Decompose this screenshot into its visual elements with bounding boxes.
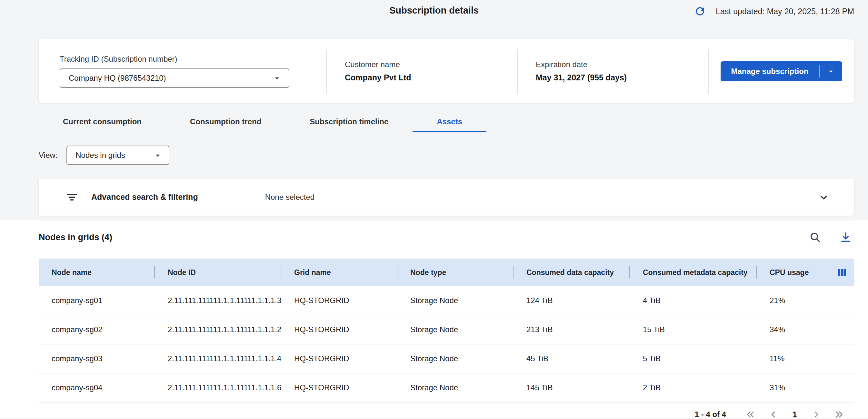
customer-section: Customer name Company Pvt Ltd xyxy=(327,39,517,103)
cell-node-name: company-sg02 xyxy=(39,316,155,345)
search-button[interactable] xyxy=(808,230,823,245)
next-page-icon xyxy=(811,409,822,419)
cell-node-type: Storage Node xyxy=(397,286,514,316)
tab-subscription-timeline[interactable]: Subscription timeline xyxy=(285,112,412,132)
column-header-cpu-usage[interactable]: CPU usage xyxy=(757,259,854,286)
table-header-bar: Nodes in grids (4) xyxy=(0,230,868,245)
table-row[interactable]: company-sg04 2.11.111.111111.1.1.11111.1… xyxy=(39,373,854,402)
customer-name-label: Customer name xyxy=(345,60,517,69)
download-button[interactable] xyxy=(838,230,854,245)
advanced-search-panel[interactable]: Advanced search & filtering None selecte… xyxy=(39,179,854,216)
current-page[interactable]: 1 xyxy=(790,410,800,419)
download-icon xyxy=(839,231,852,244)
table-title: Nodes in grids (4) xyxy=(39,232,112,242)
chevron-down-icon xyxy=(273,73,282,83)
chevron-down-icon xyxy=(153,151,162,160)
cell-node-id: 2.11.111.111111.1.1.11111.1.1.1.6 xyxy=(155,373,281,402)
cell-consumed-metadata: 2 TiB xyxy=(630,373,757,402)
view-select[interactable]: Nodes in grids xyxy=(66,146,169,165)
column-header-node-name[interactable]: Node name xyxy=(39,259,155,286)
manage-subscription-menu-toggle[interactable] xyxy=(819,61,842,81)
prev-page-button[interactable] xyxy=(767,409,779,419)
cell-cpu-usage: 34% xyxy=(757,316,854,345)
subscription-summary-card: Tracking ID (Subscription number) Compan… xyxy=(39,39,854,103)
cell-grid-name: HQ-STORGRID xyxy=(281,373,397,402)
nodes-table: Node name Node ID Grid name Node type Co… xyxy=(39,259,854,402)
column-header-node-id[interactable]: Node ID xyxy=(155,259,281,286)
caret-down-icon xyxy=(827,67,835,76)
cell-node-type: Storage Node xyxy=(397,373,514,402)
tab-bar: Current consumption Consumption trend Su… xyxy=(39,112,854,132)
tab-consumption-trend[interactable]: Consumption trend xyxy=(166,112,285,132)
manage-subscription-label[interactable]: Manage subscription xyxy=(721,61,819,81)
cell-consumed-metadata: 5 TiB xyxy=(630,345,757,373)
column-header-consumed-data[interactable]: Consumed data capacity xyxy=(514,259,630,286)
cell-node-type: Storage Node xyxy=(397,316,514,345)
table-row[interactable]: company-sg01 2.11.111.111111.1.1.11111.1… xyxy=(39,286,854,316)
tracking-id-label: Tracking ID (Subscription number) xyxy=(60,55,326,64)
column-header-grid-name[interactable]: Grid name xyxy=(281,259,397,286)
cell-node-name: company-sg03 xyxy=(39,345,155,373)
tracking-id-value: Company HQ (9876543210) xyxy=(69,73,166,83)
first-page-button[interactable] xyxy=(745,409,756,419)
cell-node-type: Storage Node xyxy=(397,345,514,373)
filter-list-icon xyxy=(65,191,79,204)
column-header-node-type[interactable]: Node type xyxy=(397,259,514,286)
cell-consumed-data: 45 TiB xyxy=(514,345,630,373)
columns-icon xyxy=(836,267,848,278)
view-label: View: xyxy=(39,151,57,160)
tab-assets[interactable]: Assets xyxy=(412,112,487,132)
manage-subscription-button[interactable]: Manage subscription xyxy=(721,61,842,81)
table-tools xyxy=(808,230,854,245)
cell-consumed-data: 124 TiB xyxy=(514,286,630,316)
refresh-button[interactable] xyxy=(692,4,707,19)
nodes-section: Nodes in grids (4) xyxy=(0,220,868,418)
pagination: 1 - 4 of 4 1 xyxy=(0,405,868,419)
cell-consumed-metadata: 15 TiB xyxy=(630,316,757,345)
expand-chevron-icon[interactable] xyxy=(817,191,830,204)
header-right: Last updated: May 20, 2025, 11:28 PM xyxy=(692,4,854,19)
cell-consumed-metadata: 4 TiB xyxy=(630,286,757,316)
tracking-section: Tracking ID (Subscription number) Compan… xyxy=(39,39,326,103)
cell-consumed-data: 213 TiB xyxy=(514,316,630,345)
table-row[interactable]: company-sg02 2.11.111.111111.1.1.11111.1… xyxy=(39,316,854,345)
tab-current-consumption[interactable]: Current consumption xyxy=(39,112,166,132)
cell-cpu-usage: 21% xyxy=(757,286,854,316)
cell-cpu-usage: 31% xyxy=(757,373,854,402)
table-row[interactable]: company-sg03 2.11.111.111111.1.1.11111.1… xyxy=(39,345,854,373)
expiration-section: Expiration date May 31, 2027 (955 days) xyxy=(518,39,708,103)
last-updated-text: Last updated: May 20, 2025, 11:28 PM xyxy=(716,7,854,16)
cell-grid-name: HQ-STORGRID xyxy=(281,286,397,316)
last-page-icon xyxy=(834,409,844,419)
view-row: View: Nodes in grids xyxy=(39,146,854,165)
tracking-id-select[interactable]: Company HQ (9876543210) xyxy=(60,68,289,88)
cell-node-id: 2.11.111.111111.1.1.11111.1.1.1.2 xyxy=(155,316,281,345)
cpu-usage-header-label: CPU usage xyxy=(770,268,809,277)
cell-grid-name: HQ-STORGRID xyxy=(281,345,397,373)
cell-node-id: 2.11.111.111111.1.1.11111.1.1.1.4 xyxy=(155,345,281,373)
cell-node-name: company-sg04 xyxy=(39,373,155,402)
cell-grid-name: HQ-STORGRID xyxy=(281,316,397,345)
action-section: Manage subscription xyxy=(709,39,854,103)
first-page-icon xyxy=(745,409,756,419)
refresh-icon xyxy=(694,5,706,18)
page-header: Subscription details Last updated: May 2… xyxy=(0,0,868,39)
view-select-value: Nodes in grids xyxy=(75,151,125,160)
cell-node-name: company-sg01 xyxy=(39,286,155,316)
cell-node-id: 2.11.111.111111.1.1.11111.1.1.1.3 xyxy=(155,286,281,316)
column-header-consumed-metadata[interactable]: Consumed metadata capacity xyxy=(630,259,757,286)
expiration-date-value: May 31, 2027 (955 days) xyxy=(536,73,708,82)
expiration-date-label: Expiration date xyxy=(536,60,708,69)
cell-consumed-data: 145 TiB xyxy=(514,373,630,402)
pagination-range: 1 - 4 of 4 xyxy=(695,410,726,419)
last-page-button[interactable] xyxy=(833,409,845,419)
prev-page-icon xyxy=(768,409,778,419)
advanced-search-status: None selected xyxy=(265,193,314,202)
column-settings-button[interactable] xyxy=(835,266,848,279)
next-page-button[interactable] xyxy=(811,409,822,419)
cell-cpu-usage: 11% xyxy=(757,345,854,373)
advanced-search-title: Advanced search & filtering xyxy=(91,192,198,202)
table-header-row: Node name Node ID Grid name Node type Co… xyxy=(39,259,854,286)
search-icon xyxy=(809,231,821,243)
customer-name-value: Company Pvt Ltd xyxy=(345,73,517,82)
